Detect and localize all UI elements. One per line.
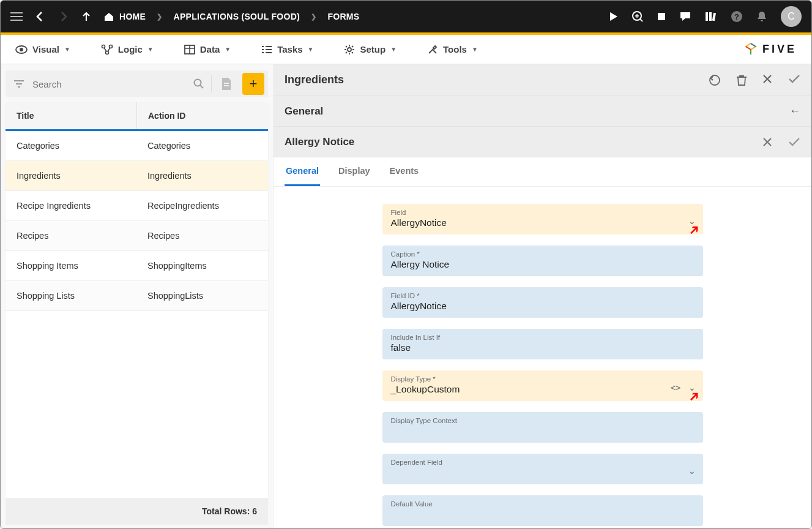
nav-back-icon[interactable] bbox=[35, 11, 46, 22]
tasks-icon bbox=[261, 45, 272, 54]
table-row[interactable]: IngredientsIngredients bbox=[6, 161, 268, 191]
code-icon[interactable]: <> bbox=[671, 383, 681, 392]
chat-icon[interactable] bbox=[679, 11, 691, 22]
table-row[interactable]: RecipesRecipes bbox=[6, 221, 268, 251]
tab-display[interactable]: Display bbox=[337, 157, 371, 186]
inspect-icon[interactable] bbox=[631, 10, 644, 23]
avatar-initial: C bbox=[788, 11, 795, 22]
svg-point-15 bbox=[710, 75, 720, 85]
breadcrumb-applications[interactable]: APPLICATIONS (SOUL FOOD) bbox=[174, 12, 300, 21]
field-dependent-field[interactable]: Dependent Field⌄ bbox=[382, 454, 703, 484]
chevron-down-icon[interactable]: ⌄ bbox=[688, 466, 696, 476]
panel-title: Allergy Notice bbox=[285, 136, 354, 148]
column-action-id[interactable]: Action ID bbox=[136, 102, 268, 129]
cell-action-id: ShoppingItems bbox=[136, 251, 268, 280]
cell-action-id: ShoppingLists bbox=[136, 281, 268, 310]
field-field[interactable]: FieldAllergyNotice⌄➔ bbox=[382, 204, 703, 234]
field-value: AllergyNotice bbox=[391, 299, 695, 312]
breadcrumb-home[interactable]: HOME bbox=[103, 12, 146, 21]
panel-header-ingredients: Ingredients bbox=[274, 64, 811, 96]
topbar: HOME ❯ APPLICATIONS (SOUL FOOD) ❯ FORMS … bbox=[1, 1, 811, 35]
menu-data[interactable]: Data▼ bbox=[184, 44, 231, 54]
play-icon[interactable] bbox=[609, 12, 618, 21]
menu-logic[interactable]: Logic▼ bbox=[101, 44, 154, 55]
field-label: Field ID * bbox=[391, 292, 695, 299]
library-icon[interactable] bbox=[705, 11, 717, 22]
tab-events[interactable]: Events bbox=[389, 157, 420, 186]
menu-setup[interactable]: Setup▼ bbox=[344, 44, 397, 55]
menu-tools[interactable]: Tools▼ bbox=[427, 44, 478, 55]
svg-rect-2 bbox=[706, 12, 708, 21]
close-icon[interactable] bbox=[762, 74, 772, 86]
breadcrumb-forms[interactable]: FORMS bbox=[327, 12, 359, 21]
panel-header-general: General ← bbox=[274, 96, 811, 127]
document-icon[interactable] bbox=[212, 77, 241, 91]
cell-action-id: RecipeIngredients bbox=[136, 191, 268, 220]
field-label: Dependent Field bbox=[391, 459, 695, 466]
menubar: Visual▼ Logic▼ Data▼ Tasks▼ Setup▼ Tools… bbox=[1, 35, 811, 64]
field-default-value[interactable]: Default Value bbox=[382, 495, 703, 526]
footer-count: 6 bbox=[252, 506, 257, 516]
field-display-type-context[interactable]: Display Type Context bbox=[382, 412, 703, 443]
avatar[interactable]: C bbox=[781, 6, 802, 27]
field-value: _LookupCustom bbox=[391, 383, 695, 395]
form-body: FieldAllergyNotice⌄➔Caption *Allergy Not… bbox=[274, 187, 811, 528]
hamburger-icon[interactable] bbox=[10, 12, 23, 21]
breadcrumb: HOME ❯ APPLICATIONS (SOUL FOOD) ❯ FORMS bbox=[103, 12, 359, 21]
cell-title: Recipe Ingredients bbox=[6, 191, 136, 220]
cell-title: Ingredients bbox=[6, 161, 136, 190]
panel-title: Ingredients bbox=[285, 73, 344, 86]
help-icon[interactable]: ? bbox=[731, 10, 743, 23]
field-display-type[interactable]: Display Type *_LookupCustom<>⌄➔ bbox=[382, 370, 703, 401]
chevron-down-icon[interactable]: ⌄ bbox=[688, 383, 696, 392]
field-value bbox=[391, 466, 695, 467]
table-row[interactable]: Shopping ItemsShoppingItems bbox=[6, 251, 268, 281]
table-row[interactable]: Shopping ListsShoppingLists bbox=[6, 281, 268, 311]
field-include-in-list-if[interactable]: Include In List Iffalse bbox=[382, 329, 703, 359]
bell-icon[interactable] bbox=[756, 10, 767, 23]
menu-label: Tools bbox=[443, 44, 467, 54]
add-button[interactable]: + bbox=[242, 73, 264, 95]
column-title[interactable]: Title bbox=[6, 102, 136, 129]
cell-title: Shopping Lists bbox=[6, 281, 136, 310]
svg-rect-1 bbox=[658, 13, 665, 20]
logic-icon bbox=[101, 44, 113, 55]
eye-icon bbox=[15, 45, 28, 54]
tab-general[interactable]: General bbox=[285, 157, 320, 186]
revert-icon[interactable] bbox=[709, 74, 721, 86]
menu-tasks[interactable]: Tasks▼ bbox=[261, 44, 313, 54]
cell-action-id: Ingredients bbox=[136, 161, 268, 190]
svg-point-8 bbox=[20, 48, 23, 51]
table-row[interactable]: Recipe IngredientsRecipeIngredients bbox=[6, 191, 268, 221]
breadcrumb-label: FORMS bbox=[327, 12, 359, 21]
menu-label: Data bbox=[200, 44, 220, 54]
search-input[interactable] bbox=[32, 79, 187, 89]
nav-forward-icon bbox=[58, 11, 69, 22]
menu-visual[interactable]: Visual▼ bbox=[15, 44, 70, 54]
table-row[interactable]: CategoriesCategories bbox=[6, 131, 268, 161]
searchbar: + bbox=[6, 70, 268, 97]
search-icon[interactable] bbox=[187, 78, 211, 89]
filter-icon[interactable] bbox=[6, 80, 32, 88]
svg-rect-4 bbox=[712, 13, 716, 21]
field-value: AllergyNotice bbox=[391, 216, 695, 228]
chevron-down-icon[interactable]: ⌄ bbox=[688, 216, 696, 226]
check-icon[interactable] bbox=[788, 137, 800, 147]
field-label: Include In List If bbox=[391, 334, 695, 341]
trash-icon[interactable] bbox=[737, 74, 747, 86]
check-icon[interactable] bbox=[788, 74, 800, 86]
field-value bbox=[391, 424, 695, 426]
nav-up-icon[interactable] bbox=[81, 11, 91, 22]
cell-title: Recipes bbox=[6, 221, 136, 250]
menu-label: Logic bbox=[118, 44, 143, 54]
close-icon[interactable] bbox=[762, 137, 772, 147]
back-arrow-icon[interactable]: ← bbox=[789, 105, 800, 118]
field-caption[interactable]: Caption *Allergy Notice bbox=[382, 246, 703, 276]
grid-footer: Total Rows: 6 bbox=[6, 498, 268, 525]
tools-icon bbox=[427, 44, 438, 55]
field-label: Default Value bbox=[391, 500, 695, 508]
stop-icon[interactable] bbox=[657, 12, 666, 21]
gear-icon bbox=[344, 44, 355, 55]
cell-action-id: Categories bbox=[136, 131, 268, 160]
field-field-id[interactable]: Field ID *AllergyNotice bbox=[382, 287, 703, 318]
